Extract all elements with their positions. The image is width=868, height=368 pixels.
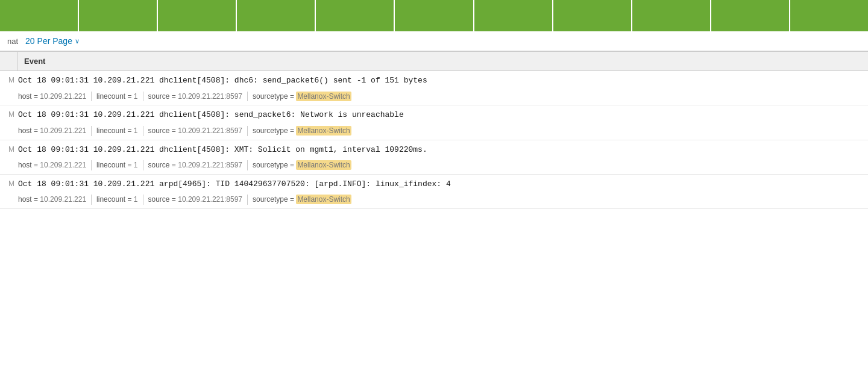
log-meta-item: linecount = 1 [92, 195, 143, 205]
header-cell-5 [316, 0, 395, 31]
table-row[interactable]: MOct 18 09:01:31 10.209.21.221 dhclient[… [0, 140, 868, 160]
meta-key: source = [148, 92, 178, 101]
meta-key: source = [148, 195, 178, 204]
row-number: M [0, 178, 18, 188]
header-cell-9 [632, 0, 711, 31]
log-meta-item: sourcetype = Mellanox-Switch [248, 160, 356, 170]
meta-key: host = [18, 126, 40, 135]
meta-key: sourcetype = [253, 195, 296, 204]
per-page-label: 20 Per Page [25, 36, 72, 46]
chevron-down-icon: ∨ [75, 37, 80, 45]
meta-key: linecount = [96, 195, 134, 204]
header-cell-4 [237, 0, 316, 31]
log-meta-item: source = 10.209.21.221:8597 [143, 92, 248, 102]
row-number: M [0, 75, 18, 84]
format-label: nat [7, 37, 18, 46]
col-header-number [0, 52, 18, 70]
header-cell-10 [711, 0, 790, 31]
table-row[interactable]: MOct 18 09:01:31 10.209.21.221 dhclient[… [0, 71, 868, 90]
log-meta-item: host = 10.209.21.221 [18, 160, 92, 170]
log-meta-item: sourcetype = Mellanox-Switch [248, 195, 356, 205]
meta-key: source = [148, 161, 178, 169]
log-meta-item: sourcetype = Mellanox-Switch [248, 126, 356, 136]
toolbar: nat 20 Per Page ∨ [0, 31, 868, 51]
log-group: MOct 18 09:01:31 10.209.21.221 dhclient[… [0, 105, 868, 140]
per-page-dropdown[interactable]: 20 Per Page ∨ [25, 36, 80, 46]
log-meta-item: sourcetype = Mellanox-Switch [248, 92, 356, 102]
meta-key: linecount = [96, 126, 134, 135]
log-event-text: Oct 18 09:01:31 10.209.21.221 dhclient[4… [18, 109, 868, 121]
header-cell-1 [0, 0, 79, 31]
meta-value: Mellanox-Switch [296, 92, 351, 101]
meta-key: sourcetype = [253, 92, 296, 101]
log-event-text: Oct 18 09:01:31 10.209.21.221 arpd[4965]… [18, 178, 868, 190]
green-header-bar [0, 0, 868, 31]
meta-value: 10.209.21.221 [40, 126, 86, 135]
row-number: M [0, 144, 18, 154]
log-meta-item: source = 10.209.21.221:8597 [143, 195, 248, 205]
log-meta-item: host = 10.209.21.221 [18, 92, 92, 102]
log-meta-item: linecount = 1 [92, 92, 143, 102]
meta-key: host = [18, 161, 40, 169]
meta-value: Mellanox-Switch [296, 126, 351, 136]
meta-key: source = [148, 126, 178, 135]
header-cell-2 [79, 0, 158, 31]
meta-value: 1 [134, 92, 138, 101]
log-meta-item: host = 10.209.21.221 [18, 126, 92, 136]
log-meta-item: source = 10.209.21.221:8597 [143, 160, 248, 170]
log-group: MOct 18 09:01:31 10.209.21.221 dhclient[… [0, 140, 868, 175]
log-meta-row: host = 10.209.21.221linecount = 1source … [0, 159, 868, 174]
meta-value: 10.209.21.221 [40, 92, 86, 101]
meta-value: 1 [134, 126, 138, 135]
log-meta-item: host = 10.209.21.221 [18, 195, 92, 205]
header-cell-7 [474, 0, 553, 31]
log-meta-row: host = 10.209.21.221linecount = 1source … [0, 193, 868, 208]
meta-key: linecount = [96, 92, 134, 101]
log-rows-container: MOct 18 09:01:31 10.209.21.221 dhclient[… [0, 71, 868, 209]
header-cell-8 [553, 0, 632, 31]
meta-value: 10.209.21.221:8597 [178, 92, 242, 101]
log-meta-row: host = 10.209.21.221linecount = 1source … [0, 90, 868, 105]
log-event-text: Oct 18 09:01:31 10.209.21.221 dhclient[4… [18, 144, 868, 156]
meta-key: linecount = [96, 161, 134, 169]
table-row[interactable]: MOct 18 09:01:31 10.209.21.221 arpd[4965… [0, 175, 868, 194]
log-group: MOct 18 09:01:31 10.209.21.221 dhclient[… [0, 71, 868, 105]
log-meta-item: linecount = 1 [92, 126, 143, 136]
row-number: M [0, 109, 18, 119]
log-table: Event MOct 18 09:01:31 10.209.21.221 dhc… [0, 51, 868, 209]
meta-key: host = [18, 92, 40, 101]
meta-value: Mellanox-Switch [296, 195, 351, 204]
meta-value: 10.209.21.221:8597 [178, 195, 242, 204]
meta-value: Mellanox-Switch [296, 160, 351, 170]
log-meta-row: host = 10.209.21.221linecount = 1source … [0, 125, 868, 140]
meta-value: 10.209.21.221 [40, 195, 86, 204]
meta-key: sourcetype = [253, 126, 296, 135]
table-row[interactable]: MOct 18 09:01:31 10.209.21.221 dhclient[… [0, 105, 868, 125]
meta-value: 10.209.21.221:8597 [178, 161, 242, 169]
meta-value: 10.209.21.221 [40, 161, 86, 169]
column-header-row: Event [0, 51, 868, 71]
log-event-text: Oct 18 09:01:31 10.209.21.221 dhclient[4… [18, 75, 868, 87]
log-meta-item: linecount = 1 [92, 160, 143, 170]
log-meta-item: source = 10.209.21.221:8597 [143, 126, 248, 136]
meta-key: host = [18, 195, 40, 204]
meta-key: sourcetype = [253, 161, 296, 169]
log-group: MOct 18 09:01:31 10.209.21.221 arpd[4965… [0, 175, 868, 209]
header-cell-11 [790, 0, 868, 31]
meta-value: 1 [134, 161, 138, 169]
header-cell-6 [395, 0, 474, 31]
col-header-event: Event [18, 52, 868, 70]
meta-value: 10.209.21.221:8597 [178, 126, 242, 135]
header-cell-3 [158, 0, 237, 31]
meta-value: 1 [134, 195, 138, 204]
